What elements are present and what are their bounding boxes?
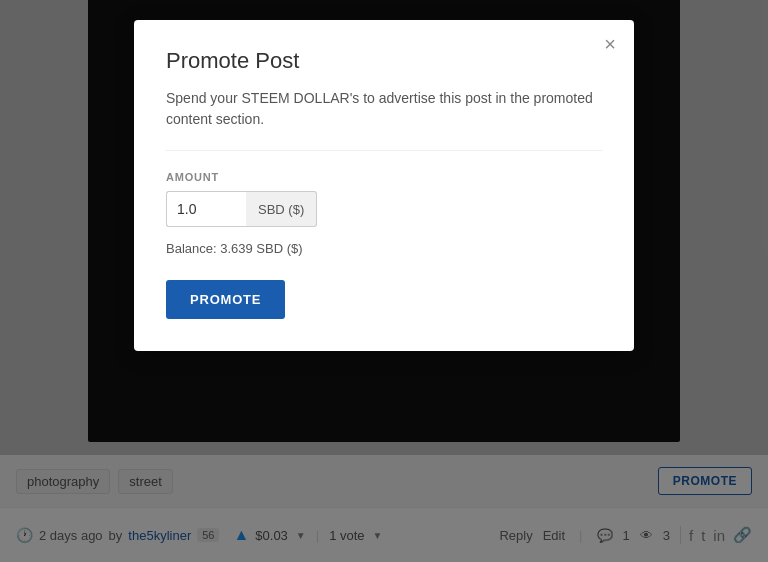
amount-input[interactable] bbox=[166, 191, 246, 227]
amount-input-row: SBD ($) bbox=[166, 191, 602, 227]
promote-post-modal: × Promote Post Spend your STEEM DOLLAR's… bbox=[134, 20, 634, 351]
modal-divider bbox=[166, 150, 602, 151]
modal-overlay: × Promote Post Spend your STEEM DOLLAR's… bbox=[0, 0, 768, 562]
promote-action-button[interactable]: PROMOTE bbox=[166, 280, 285, 319]
modal-close-button[interactable]: × bbox=[604, 34, 616, 54]
modal-description: Spend your STEEM DOLLAR's to advertise t… bbox=[166, 88, 602, 130]
currency-badge: SBD ($) bbox=[246, 191, 317, 227]
amount-label: AMOUNT bbox=[166, 171, 602, 183]
balance-text: Balance: 3.639 SBD ($) bbox=[166, 241, 602, 256]
modal-title: Promote Post bbox=[166, 48, 602, 74]
